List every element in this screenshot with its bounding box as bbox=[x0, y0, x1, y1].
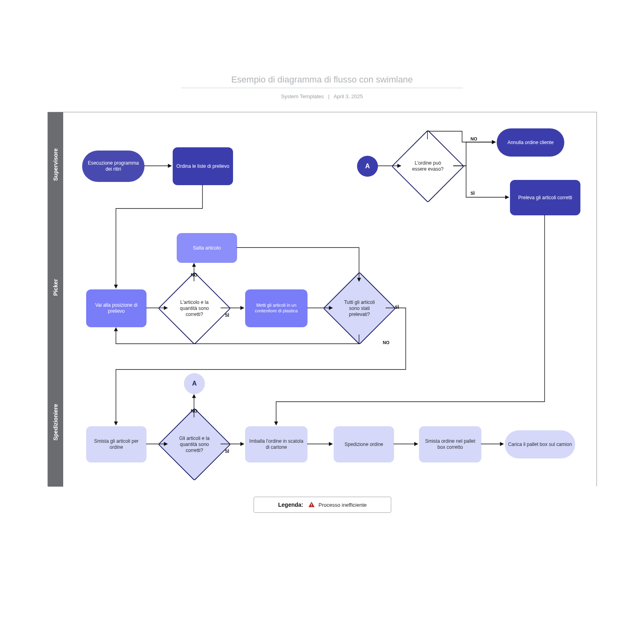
label-no-4: NO bbox=[191, 409, 198, 413]
node-cancel-label: Annulla ordine cliente bbox=[508, 140, 554, 146]
title-underline bbox=[181, 88, 463, 88]
label-no-1: NO bbox=[471, 136, 477, 141]
node-load[interactable]: Carica il pallet box sul camion bbox=[505, 430, 575, 458]
node-sort-pallet-label: Smista ordine nel pallet box corretto bbox=[422, 438, 478, 450]
node-sort-lists-label: Ordina le liste di prelievo bbox=[176, 163, 229, 169]
node-sort-pallet[interactable]: Smista ordine nel pallet box corretto bbox=[419, 426, 481, 462]
lane-head-supervisore: Supervisore bbox=[48, 112, 63, 217]
node-all-picked-label: Tutti gli articoli sono stati prelevati? bbox=[337, 299, 382, 318]
node-items-ok2[interactable]: Gli articoli e la quantità sono corretti… bbox=[169, 419, 220, 470]
node-pack[interactable]: Imballa l'ordine in scatola di cartone bbox=[245, 426, 308, 462]
diagram-title: Esempio di diagramma di flusso con swiml… bbox=[0, 74, 644, 85]
label-yes-4: SÌ bbox=[225, 449, 229, 454]
legend: Legenda: Processo inefficiente bbox=[254, 497, 391, 513]
lane-body-picker bbox=[63, 217, 597, 358]
warning-icon bbox=[308, 501, 315, 508]
node-items-ok2-label: Gli articoli e la quantità sono corretti… bbox=[172, 436, 217, 454]
node-skip-label: Salta articolo bbox=[193, 245, 221, 251]
node-item-ok[interactable]: L'articolo e la quantità sono corretti? bbox=[169, 283, 220, 334]
lane-head-picker: Picker bbox=[48, 217, 63, 358]
node-sort-order[interactable]: Smista gli articoli per ordine bbox=[86, 426, 147, 462]
label-no-2: NO bbox=[191, 272, 198, 277]
subtitle-date: April 3, 2025 bbox=[334, 93, 363, 99]
node-pack-label: Imballa l'ordine in scatola di cartone bbox=[248, 438, 304, 450]
legend-item: Processo inefficiente bbox=[308, 501, 367, 508]
lane-body-spedizioniere bbox=[63, 358, 597, 487]
node-ship[interactable]: Spedizione ordine bbox=[334, 426, 394, 462]
subtitle-sep: | bbox=[325, 93, 332, 99]
node-start-label: Esecuzione programma dei ritiri bbox=[85, 160, 141, 172]
node-goto-label: Vai alla posizione di prelievo bbox=[89, 302, 143, 314]
node-cancel[interactable]: Annulla ordine cliente bbox=[497, 128, 564, 157]
node-a-back[interactable]: A bbox=[184, 373, 205, 394]
node-start[interactable]: Esecuzione programma dei ritiri bbox=[82, 151, 144, 182]
node-can-fill-label: L'ordine può essere evaso? bbox=[405, 160, 450, 172]
lane-label-picker: Picker bbox=[52, 279, 59, 296]
label-yes-1: SÌ bbox=[471, 191, 475, 196]
svg-rect-1 bbox=[312, 506, 312, 507]
legend-item-label: Processo inefficiente bbox=[318, 502, 367, 508]
node-load-label: Carica il pallet box sul camion bbox=[508, 442, 572, 448]
node-goto[interactable]: Vai alla posizione di prelievo bbox=[86, 289, 147, 327]
swimlane-container: Supervisore Picker Spedizioniere Esecuzi… bbox=[47, 112, 597, 486]
node-ship-label: Spedizione ordine bbox=[345, 442, 383, 448]
label-yes-2: SÌ bbox=[225, 313, 229, 318]
lane-label-supervisore: Supervisore bbox=[52, 149, 59, 181]
node-pick-correct[interactable]: Preleva gli articoli corretti bbox=[510, 180, 580, 215]
node-a-ref[interactable]: A bbox=[357, 156, 378, 177]
lane-label-spedizioniere: Spedizioniere bbox=[52, 404, 59, 440]
diagram-canvas: Esempio di diagramma di flusso con swiml… bbox=[0, 0, 644, 644]
legend-title: Legenda: bbox=[278, 502, 303, 508]
subtitle-author: System Templates bbox=[281, 93, 324, 99]
node-tote[interactable]: Metti gli articoli in un contenitore di … bbox=[245, 289, 308, 327]
node-can-fill[interactable]: L'ordine può essere evaso? bbox=[402, 140, 454, 192]
node-pick-correct-label: Preleva gli articoli corretti bbox=[518, 195, 572, 201]
label-no-3: NO bbox=[383, 340, 390, 345]
lane-head-spedizioniere: Spedizioniere bbox=[48, 358, 63, 487]
node-a-ref-label: A bbox=[365, 163, 370, 170]
node-tote-label: Metti gli articoli in un contenitore di … bbox=[248, 303, 304, 314]
node-sort-order-label: Smista gli articoli per ordine bbox=[89, 438, 143, 450]
node-item-ok-label: L'articolo e la quantità sono corretti? bbox=[172, 299, 217, 318]
node-all-picked[interactable]: Tutti gli articoli sono stati prelevati? bbox=[334, 283, 385, 334]
node-a-back-label: A bbox=[192, 380, 197, 387]
node-sort-lists[interactable]: Ordina le liste di prelievo bbox=[173, 147, 233, 185]
label-yes-3: SÌ bbox=[395, 305, 399, 310]
svg-rect-0 bbox=[312, 504, 312, 506]
diagram-subtitle: System Templates | April 3, 2025 bbox=[0, 93, 644, 99]
node-skip[interactable]: Salta articolo bbox=[177, 233, 237, 263]
